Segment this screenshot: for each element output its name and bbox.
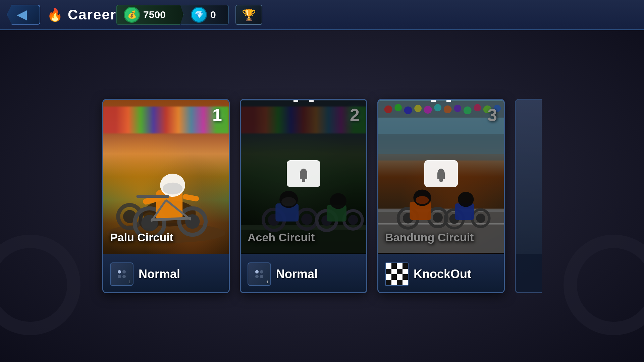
bandung-circuit-image: 3 Bandung Circuit [378, 100, 504, 254]
svg-rect-14 [136, 195, 169, 198]
cash-value: 7500 [143, 9, 166, 20]
svg-line-15 [151, 218, 191, 220]
aceh-mode-icon: 1 [248, 262, 271, 286]
partial-card-4 [515, 99, 542, 293]
flame-icon: 🔥 [47, 7, 63, 22]
cash-icon: 💰 [124, 7, 140, 23]
palu-number: 1 [212, 105, 222, 125]
trophy-box[interactable]: 🏆 [235, 5, 262, 25]
header-currency-area: 💰 7500 💎 0 🏆 [116, 5, 262, 25]
bandung-lock-overlay [378, 100, 504, 254]
header: ◀ 🔥 Career 💰 7500 💎 0 🏆 [0, 0, 644, 30]
knockout-icon [385, 262, 409, 286]
partial-card-image [516, 100, 542, 254]
svg-rect-13 [182, 194, 199, 202]
palu-circuit-image: 1 Palu Circuit [103, 100, 229, 254]
circuit-card-palu[interactable]: 1 Palu Circuit 1 Normal [102, 99, 230, 293]
palu-name: Palu Circuit [110, 231, 173, 244]
svg-point-11 [163, 183, 182, 194]
palu-card-bottom: 1 Normal [103, 254, 229, 293]
partial-card-bottom [516, 254, 542, 293]
page-title: Career [68, 7, 116, 23]
circuit-card-bandung[interactable]: 3 Bandung Circuit [377, 99, 505, 293]
header-left: ◀ 🔥 Career [0, 5, 116, 25]
header-title-area: 🔥 Career [47, 7, 116, 23]
back-button[interactable]: ◀ [7, 5, 40, 25]
aceh-card-bottom: 1 Normal [241, 254, 366, 293]
gems-value: 0 [210, 9, 216, 20]
bandung-mode-label: KnockOut [414, 267, 471, 281]
aceh-lock-icon [283, 154, 324, 200]
aceh-lock-overlay [241, 100, 366, 254]
bandung-lock-icon [421, 154, 461, 200]
bandung-card-bottom: KnockOut [378, 254, 504, 293]
main-content: 1 Palu Circuit 1 Normal [0, 30, 644, 362]
circuit-card-aceh[interactable]: 2 Aceh Circuit 1 Normal [240, 99, 367, 293]
aceh-mode-label: Normal [276, 267, 318, 281]
cash-box: 💰 7500 [116, 5, 183, 25]
aceh-circuit-image: 2 Aceh Circuit [241, 100, 366, 254]
back-arrow-icon: ◀ [17, 8, 26, 22]
gem-icon: 💎 [191, 7, 207, 23]
palu-mode-icon: 1 [110, 262, 133, 286]
trophy-icon: 🏆 [242, 8, 256, 21]
gems-box: 💎 0 [178, 5, 229, 25]
svg-point-6 [141, 215, 158, 231]
palu-mode-label: Normal [139, 267, 180, 281]
